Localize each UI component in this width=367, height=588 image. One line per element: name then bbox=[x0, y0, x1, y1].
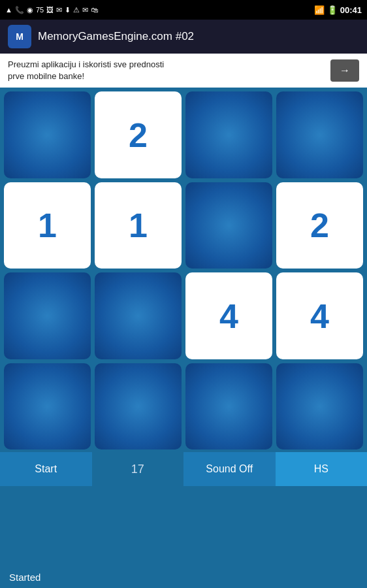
tile-15[interactable] bbox=[276, 363, 363, 450]
start-button[interactable]: Start bbox=[0, 452, 92, 486]
sound-off-button[interactable]: Sound Off bbox=[184, 452, 276, 486]
battery-icon: 🔋 bbox=[327, 5, 338, 15]
clock: 00:41 bbox=[340, 5, 362, 15]
tile-1[interactable]: 2 bbox=[95, 91, 182, 178]
tile-11[interactable]: 4 bbox=[276, 272, 363, 359]
game-grid: 211244 bbox=[0, 88, 367, 453]
download-icon: ⬇ bbox=[65, 6, 71, 14]
status-icons: ▲ 📞 ◉ 75 🖼 ✉ ⬇ ⚠ ✉ 🛍 bbox=[5, 6, 98, 14]
status-bar: ▲ 📞 ◉ 75 🖼 ✉ ⬇ ⚠ ✉ 🛍 📶 🔋 00:41 bbox=[0, 0, 367, 20]
tile-3[interactable] bbox=[276, 91, 363, 178]
hs-button[interactable]: HS bbox=[276, 452, 368, 486]
battery-pct: 75 bbox=[36, 6, 44, 14]
tile-0[interactable] bbox=[4, 91, 91, 178]
mail2-icon: ✉ bbox=[82, 6, 88, 14]
tile-9[interactable] bbox=[95, 272, 182, 359]
image-icon: 🖼 bbox=[46, 6, 54, 14]
status-right: 📶 🔋 00:41 bbox=[314, 5, 362, 15]
toolbar: Start 17 Sound Off HS bbox=[0, 452, 367, 486]
status-text: Started bbox=[9, 572, 40, 583]
ad-arrow-button[interactable]: → bbox=[330, 59, 359, 82]
app-icon: M bbox=[8, 25, 31, 48]
tile-4[interactable]: 1 bbox=[4, 182, 91, 269]
tile-5[interactable]: 1 bbox=[95, 182, 182, 269]
tile-6[interactable] bbox=[185, 182, 272, 269]
email-icon: ✉ bbox=[56, 6, 62, 14]
signal-icon: ▲ bbox=[5, 6, 12, 14]
title-bar: M MemoryGamesEngine.com #02 bbox=[0, 20, 367, 54]
bag-icon: 🛍 bbox=[91, 6, 98, 14]
tile-8[interactable] bbox=[4, 272, 91, 359]
app-title: MemoryGamesEngine.com #02 bbox=[38, 30, 194, 43]
ad-banner-container: Preuzmi aplikaciju i iskoristi sve predn… bbox=[0, 54, 367, 88]
tile-2[interactable] bbox=[185, 91, 272, 178]
score-display: 17 bbox=[92, 452, 184, 486]
tile-13[interactable] bbox=[95, 363, 182, 450]
bottom-area: Started bbox=[0, 486, 367, 588]
app-icon-1: ◉ bbox=[27, 6, 33, 14]
alert-icon: ⚠ bbox=[73, 6, 80, 14]
tile-10[interactable]: 4 bbox=[185, 272, 272, 359]
wifi-icon: 📶 bbox=[314, 5, 325, 15]
ad-banner: Preuzmi aplikaciju i iskoristi sve predn… bbox=[0, 54, 367, 88]
phone-icon: 📞 bbox=[15, 6, 24, 14]
tile-14[interactable] bbox=[185, 363, 272, 450]
tile-12[interactable] bbox=[4, 363, 91, 450]
tile-7[interactable]: 2 bbox=[276, 182, 363, 269]
ad-text: Preuzmi aplikaciju i iskoristi sve predn… bbox=[8, 59, 165, 82]
